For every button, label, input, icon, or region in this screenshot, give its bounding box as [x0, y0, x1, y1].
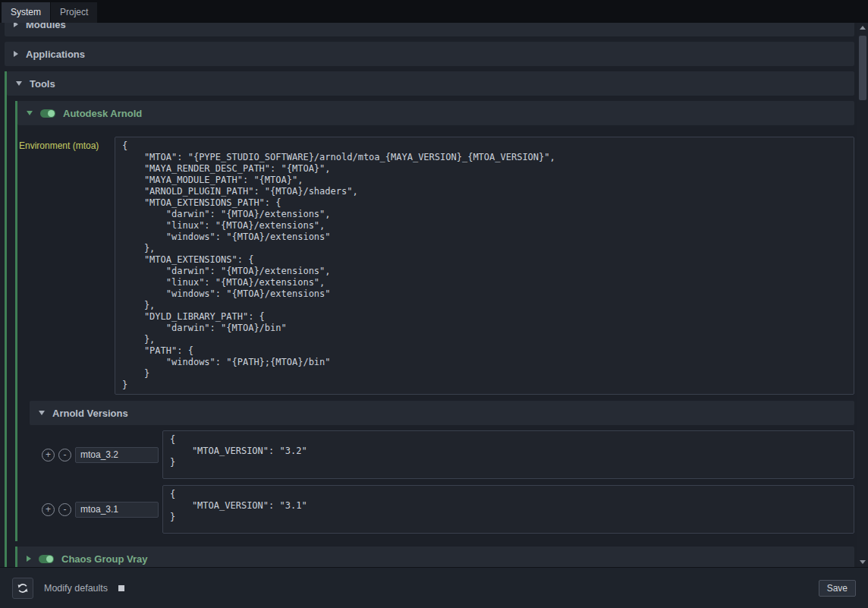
- refresh-icon: [17, 582, 29, 594]
- scrollbar-track[interactable]: [857, 33, 868, 557]
- section-title: Modules: [26, 23, 66, 30]
- scroll-up-icon: [860, 26, 866, 30]
- section-title: Applications: [26, 49, 85, 60]
- expand-arrow-icon: [14, 51, 18, 57]
- section-header-arnold[interactable]: Autodesk Arnold: [17, 101, 854, 125]
- version-row: + - { "MTOA_VERSION": "3.1" }: [42, 485, 854, 534]
- tool-group-vray: Chaos Group Vray: [15, 547, 854, 567]
- section-title: Autodesk Arnold: [63, 108, 142, 119]
- environment-label: Environment (mtoa): [19, 137, 111, 395]
- settings-window: System Project Modules Applications Tool…: [0, 0, 868, 608]
- section-group-tools: Tools Autodesk Arnold Envir: [5, 71, 854, 567]
- tab-system[interactable]: System: [2, 2, 50, 23]
- scrollbar-down-button[interactable]: [857, 557, 868, 567]
- settings-scroll-area: Modules Applications Tools: [0, 23, 857, 567]
- environment-json-editor[interactable]: { "MTOA": "{PYPE_STUDIO_SOFTWARE}/arnold…: [115, 137, 854, 395]
- section-header-tools[interactable]: Tools: [7, 71, 854, 96]
- collapse-arrow-icon: [39, 411, 45, 415]
- scrollbar-up-button[interactable]: [857, 23, 868, 33]
- section-title: Chaos Group Vray: [61, 553, 147, 565]
- add-version-button[interactable]: +: [42, 449, 55, 462]
- collapse-arrow-icon: [16, 81, 22, 86]
- version-json-editor[interactable]: { "MTOA_VERSION": "3.2" }: [162, 430, 854, 479]
- remove-version-button[interactable]: -: [58, 449, 71, 462]
- expand-arrow-icon: [14, 23, 18, 27]
- remove-version-button[interactable]: -: [58, 503, 71, 516]
- version-name-input[interactable]: [75, 502, 159, 518]
- tab-project[interactable]: Project: [51, 2, 97, 23]
- scroll-down-icon: [860, 560, 866, 564]
- section-header-arnold-versions[interactable]: Arnold Versions: [30, 401, 854, 425]
- collapse-arrow-icon: [27, 111, 33, 115]
- version-json-editor[interactable]: { "MTOA_VERSION": "3.1" }: [162, 485, 854, 534]
- expand-arrow-icon: [27, 556, 31, 562]
- section-header-modules[interactable]: Modules: [5, 23, 854, 36]
- footer-bar: Modify defaults Save: [0, 567, 868, 608]
- settings-content-wrap: Modules Applications Tools: [0, 23, 868, 567]
- refresh-button[interactable]: [12, 578, 33, 599]
- arnold-body: Environment (mtoa) { "MTOA": "{PYPE_STUD…: [17, 131, 854, 541]
- tool-group-arnold: Autodesk Arnold Environment (mtoa) { "MT…: [15, 101, 854, 541]
- tools-body: Autodesk Arnold Environment (mtoa) { "MT…: [7, 101, 854, 567]
- enabled-toggle[interactable]: [39, 555, 54, 563]
- tab-bar: System Project: [0, 0, 868, 23]
- section-header-vray[interactable]: Chaos Group Vray: [17, 547, 854, 567]
- modify-defaults-indicator[interactable]: [118, 585, 124, 591]
- environment-row: Environment (mtoa) { "MTOA": "{PYPE_STUD…: [19, 137, 854, 395]
- version-row: + - { "MTOA_VERSION": "3.2" }: [42, 430, 854, 479]
- section-title: Tools: [30, 78, 55, 90]
- version-name-input[interactable]: [75, 447, 159, 463]
- enabled-toggle[interactable]: [40, 109, 55, 118]
- section-title: Arnold Versions: [52, 408, 128, 419]
- section-header-applications[interactable]: Applications: [5, 42, 854, 66]
- modify-defaults-label: Modify defaults: [44, 583, 108, 594]
- add-version-button[interactable]: +: [42, 503, 55, 516]
- vertical-scrollbar[interactable]: [857, 23, 868, 567]
- scrollbar-thumb[interactable]: [859, 36, 866, 100]
- save-button[interactable]: Save: [819, 580, 856, 597]
